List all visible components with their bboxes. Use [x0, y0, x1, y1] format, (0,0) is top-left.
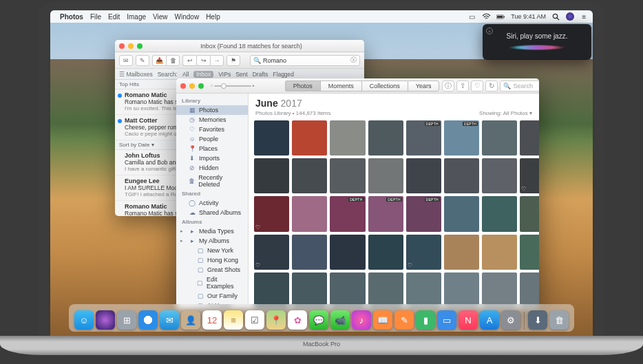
photos-sidebar[interactable]: Library▦Photos◷Memories♡Favorites☺People…: [176, 94, 249, 309]
photo-thumbnail[interactable]: [292, 235, 327, 270]
notification-center-icon[interactable]: ≡: [580, 12, 589, 21]
menu-view[interactable]: View: [153, 13, 168, 21]
photo-thumbnail[interactable]: [292, 272, 327, 308]
archive-button[interactable]: 📥: [152, 55, 166, 66]
sidebar-item[interactable]: ⊘Hidden: [176, 163, 248, 173]
dock-launchpad[interactable]: ⊞: [117, 310, 136, 330]
app-menu[interactable]: Photos: [60, 13, 83, 21]
mail-search-field[interactable]: 🔍 Romano ⓧ: [250, 55, 360, 66]
clear-search-icon[interactable]: ⓧ: [350, 56, 357, 65]
sidebar-item[interactable]: ▦Photos: [176, 105, 248, 115]
dock-siri[interactable]: [96, 310, 115, 330]
scope-drafts[interactable]: Drafts: [253, 71, 268, 78]
menubar-clock[interactable]: Tue 9:41 AM: [511, 13, 546, 20]
photo-thumbnail[interactable]: [406, 272, 441, 308]
photo-thumbnail[interactable]: DEPTH: [444, 120, 479, 156]
flag-button[interactable]: ⚑: [226, 55, 240, 66]
photo-thumbnail[interactable]: [368, 158, 403, 193]
get-mail-button[interactable]: ✉: [119, 55, 133, 66]
siri-close-button[interactable]: ×: [486, 28, 493, 34]
photo-thumbnail[interactable]: ♡: [520, 158, 539, 193]
sidebar-item[interactable]: ▢New York: [176, 246, 248, 255]
dock-photos[interactable]: ✿: [288, 310, 307, 330]
sidebar-item[interactable]: ▸▸Media Types: [176, 226, 248, 236]
scope-all[interactable]: All: [182, 71, 189, 78]
dock-downloads[interactable]: ⬇: [528, 310, 547, 330]
tab-moments[interactable]: Moments: [320, 81, 361, 92]
photo-thumbnail[interactable]: [520, 272, 539, 308]
minimize-button[interactable]: [128, 43, 134, 49]
disclosure-icon[interactable]: ▸: [180, 228, 183, 234]
dock-numbers[interactable]: ▮: [416, 310, 435, 330]
delete-button[interactable]: 🗑: [166, 55, 180, 66]
photo-thumbnail[interactable]: [368, 120, 403, 156]
spotlight-icon[interactable]: [551, 12, 560, 21]
share-button[interactable]: ⇪: [456, 81, 469, 92]
photos-search-field[interactable]: 🔍 Search: [500, 81, 539, 92]
dock-pages[interactable]: ✎: [394, 310, 414, 330]
photo-thumbnail[interactable]: ♡: [254, 235, 289, 270]
info-button[interactable]: ⓘ: [442, 81, 454, 92]
sidebar-item[interactable]: ☁Shared Albums: [176, 208, 248, 217]
tab-years[interactable]: Years: [408, 81, 440, 92]
photo-thumbnail[interactable]: DEPTH: [368, 196, 403, 231]
photo-thumbnail[interactable]: DEPTH: [406, 196, 441, 231]
dock-news[interactable]: N: [458, 310, 478, 330]
photo-thumbnail[interactable]: [330, 235, 365, 270]
reply-all-button[interactable]: ↪: [196, 55, 210, 66]
photo-thumbnail[interactable]: [292, 120, 327, 156]
photo-grid[interactable]: DEPTHDEPTH♡♡DEPTHDEPTHDEPTH♡♡: [249, 119, 539, 309]
minimize-button[interactable]: [189, 83, 195, 89]
photo-thumbnail[interactable]: [482, 158, 517, 193]
sidebar-item[interactable]: 🗑Recently Deleted: [176, 173, 248, 189]
dock-contacts[interactable]: 👤: [181, 310, 200, 330]
sidebar-item[interactable]: ☺People: [176, 134, 248, 144]
compose-button[interactable]: ✎: [136, 55, 149, 66]
photo-thumbnail[interactable]: [520, 235, 539, 270]
zoom-button[interactable]: [198, 83, 204, 89]
photo-thumbnail[interactable]: [482, 235, 517, 270]
sidebar-item[interactable]: ▸▸My Albums: [176, 236, 248, 246]
dock-calendar[interactable]: 12: [202, 310, 222, 330]
photo-thumbnail[interactable]: [482, 196, 517, 231]
reply-button[interactable]: ↩: [182, 55, 196, 66]
wifi-icon[interactable]: [482, 12, 491, 21]
photo-thumbnail[interactable]: [330, 158, 365, 193]
photo-thumbnail[interactable]: [254, 158, 289, 193]
disclosure-icon[interactable]: ▸: [180, 238, 183, 244]
close-button[interactable]: [180, 83, 186, 89]
photo-thumbnail[interactable]: [330, 272, 365, 308]
photo-thumbnail[interactable]: [520, 196, 539, 231]
photo-thumbnail[interactable]: [444, 196, 479, 231]
photo-thumbnail[interactable]: [444, 272, 479, 308]
sidebar-item[interactable]: ◷Memories: [176, 115, 248, 125]
photo-thumbnail[interactable]: [444, 158, 479, 193]
tab-collections[interactable]: Collections: [361, 81, 408, 92]
siri-menubar-icon[interactable]: [566, 12, 574, 21]
close-button[interactable]: [119, 43, 125, 49]
scope-sent[interactable]: Sent: [235, 71, 248, 78]
photo-thumbnail[interactable]: [406, 158, 441, 193]
sidebar-item[interactable]: 📍Places: [176, 144, 248, 153]
sidebar-item[interactable]: ▢Great Shots: [176, 265, 248, 275]
photo-thumbnail[interactable]: [482, 120, 517, 156]
showing-filter[interactable]: Showing: All Photos ▾: [479, 110, 532, 116]
dock-messages[interactable]: 💬: [309, 310, 328, 330]
dock-keynote[interactable]: ▭: [437, 310, 456, 330]
photo-thumbnail[interactable]: [254, 120, 289, 156]
menu-edit[interactable]: Edit: [108, 13, 120, 21]
photo-thumbnail[interactable]: [482, 272, 517, 308]
menu-window[interactable]: Window: [175, 13, 200, 21]
scope-flagged[interactable]: Flagged: [273, 71, 294, 78]
sidebar-item[interactable]: ▢Hong Kong: [176, 255, 248, 265]
photo-thumbnail[interactable]: DEPTH: [330, 196, 365, 231]
menu-image[interactable]: Image: [127, 13, 146, 21]
photo-thumbnail[interactable]: DEPTH: [406, 120, 441, 156]
photo-thumbnail[interactable]: ♡: [406, 235, 441, 270]
photo-thumbnail[interactable]: [368, 272, 403, 308]
sidebar-item[interactable]: ▢Edit Examples: [176, 275, 248, 291]
photo-thumbnail[interactable]: [292, 158, 327, 193]
zoom-slider[interactable]: ▫ ▪: [211, 83, 255, 89]
dock-reminders[interactable]: ☑: [245, 310, 264, 330]
mail-titlebar[interactable]: Inbox (Found 18 matches for search): [115, 40, 364, 52]
